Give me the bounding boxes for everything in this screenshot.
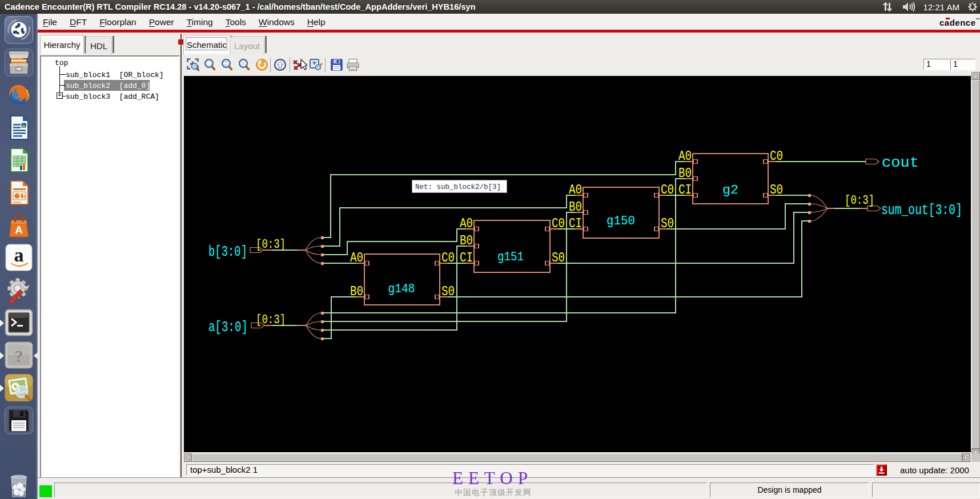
pin-square[interactable]	[475, 227, 479, 231]
tree-node-sub_block1[interactable]: sub_block1 [OR_block]	[66, 71, 164, 79]
pin-square[interactable]	[693, 177, 697, 181]
menu-timing[interactable]: Timing	[187, 17, 213, 27]
block-g150[interactable]: A0B0CIC0S0g150	[569, 183, 674, 238]
v-scroll-up-button[interactable]	[971, 72, 980, 80]
net-wire[interactable]	[324, 212, 575, 321]
pin-label: S0	[661, 216, 674, 231]
launcher-item-software-center[interactable]: A	[4, 211, 34, 239]
h-scroll-left-button[interactable]	[184, 453, 192, 462]
deselect-icon[interactable]	[292, 58, 307, 71]
port-b30[interactable]: b[3:0][0:3]	[208, 238, 286, 260]
tree-node-sub_block2[interactable]: sub_block2 [add_0]	[66, 82, 150, 90]
tab-hierarchy[interactable]: Hierarchy	[40, 35, 84, 54]
pin-square[interactable]	[764, 194, 768, 198]
tab-separator	[265, 36, 267, 53]
menu-dft[interactable]: DFT	[70, 17, 87, 27]
block-g151[interactable]: A0B0CIC0S0g151	[460, 216, 565, 272]
launcher-item-libreoffice-writer[interactable]	[4, 114, 34, 142]
block-g2[interactable]: A0B0CIC0S0g2	[678, 149, 783, 204]
clock[interactable]: 12:21 AM	[923, 2, 959, 12]
page-field-2[interactable]: 1	[950, 59, 975, 70]
v-scroll-thumb[interactable]	[971, 80, 980, 449]
pin-square[interactable]	[764, 160, 768, 164]
launcher-item-help[interactable]: ?	[4, 341, 34, 369]
port-a30[interactable]: a[3:0][0:3]	[208, 313, 286, 336]
h-scroll-right-button[interactable]	[962, 453, 970, 462]
page-field-1[interactable]: 1	[923, 59, 950, 70]
schematic-canvas[interactable]: A0B0C0S0g148A0B0CIC0S0g151A0B0CIC0S0g150…	[184, 76, 971, 452]
launcher-item-libreoffice-calc[interactable]	[4, 146, 34, 174]
pin-square[interactable]	[475, 261, 479, 265]
tree-node-sub_block3[interactable]: sub_block3 [add_RCA]	[66, 92, 159, 101]
pin-square[interactable]	[545, 261, 549, 265]
volume-icon[interactable]	[902, 2, 915, 12]
menu-floorplan[interactable]: Floorplan	[99, 17, 136, 27]
fanout-branch	[811, 195, 828, 208]
pin-square[interactable]	[584, 227, 588, 231]
pin-square[interactable]	[435, 261, 439, 265]
menu-tools[interactable]: Tools	[226, 17, 246, 27]
launcher-item-files[interactable]	[4, 49, 34, 77]
pin-square[interactable]	[435, 295, 439, 299]
block-name: g148	[388, 282, 415, 296]
pin-square[interactable]	[475, 244, 479, 248]
svg-text:A: A	[15, 224, 23, 236]
revert-icon[interactable]	[255, 58, 268, 71]
pin-label: B0	[460, 234, 473, 248]
zoom-full-icon[interactable]	[238, 58, 251, 71]
tab-focus-rect	[186, 37, 227, 50]
launcher-item-libreoffice-impress[interactable]	[4, 179, 34, 207]
tree-expander[interactable]: +	[57, 92, 63, 99]
menu-power[interactable]: Power	[149, 17, 174, 27]
net-wire[interactable]	[324, 297, 356, 339]
print-icon[interactable]	[346, 58, 360, 71]
pin-square[interactable]	[365, 261, 369, 265]
launcher-item-backup-disk[interactable]	[4, 407, 34, 434]
tab-layout[interactable]: Layout	[230, 37, 264, 54]
pin-square[interactable]	[545, 227, 549, 231]
select-filter-icon[interactable]	[309, 58, 323, 71]
pin-square[interactable]	[693, 194, 697, 198]
launcher-item-system-settings[interactable]	[4, 276, 34, 304]
session-gear-icon[interactable]	[967, 2, 978, 12]
up-level-icon[interactable]	[274, 58, 287, 71]
launcher-item-trash[interactable]	[4, 470, 34, 498]
launcher-item-firefox[interactable]	[4, 81, 34, 109]
menu-file[interactable]: File	[43, 17, 57, 27]
zoom-in-icon[interactable]	[203, 58, 216, 71]
launcher-item-ubuntu-dash[interactable]	[4, 16, 34, 44]
pin-square[interactable]	[654, 194, 658, 198]
h-scroll-thumb[interactable]	[192, 453, 962, 462]
port-cout[interactable]: cout	[866, 154, 919, 171]
pin-square[interactable]	[654, 227, 658, 231]
status-indicator	[39, 485, 52, 497]
launcher-item-amazon[interactable]: a	[4, 244, 34, 272]
pin-label: B0	[678, 166, 692, 181]
schematic-drawing: A0B0C0S0g148A0B0CIC0S0g151A0B0CIC0S0g150…	[184, 76, 971, 452]
network-arrows-icon[interactable]	[881, 2, 894, 12]
tree-line	[59, 74, 66, 75]
save-icon[interactable]	[330, 58, 343, 71]
pin-square[interactable]	[365, 295, 369, 299]
port-sum_out30[interactable]: sum_out[3:0][0:3]	[845, 194, 962, 219]
hierarchy-tree[interactable]: topsub_block1 [OR_block]sub_block2 [add_…	[40, 55, 180, 478]
tree-node-top[interactable]: top	[55, 59, 68, 67]
net-wire[interactable]	[667, 204, 808, 229]
menu-help[interactable]: Help	[307, 17, 326, 27]
svg-text:a: a	[14, 244, 24, 265]
block-outline	[474, 220, 550, 272]
block-outline	[364, 254, 440, 305]
menu-windows[interactable]: Windows	[259, 17, 295, 27]
zoom-out-icon[interactable]	[220, 58, 234, 71]
run-command-button[interactable]	[876, 464, 887, 476]
tab-hdl[interactable]: HDL	[86, 37, 112, 54]
launcher-item-screenshot[interactable]	[4, 374, 34, 402]
pin-square[interactable]	[584, 211, 588, 215]
block-g148[interactable]: A0B0C0S0g148	[350, 251, 455, 305]
pin-square[interactable]	[693, 160, 697, 164]
pin-square[interactable]	[584, 194, 588, 198]
splitter[interactable]	[180, 34, 182, 478]
net-wire[interactable]	[324, 179, 685, 313]
launcher-item-terminal[interactable]	[4, 309, 34, 337]
zoom-fit-icon[interactable]	[187, 58, 200, 71]
